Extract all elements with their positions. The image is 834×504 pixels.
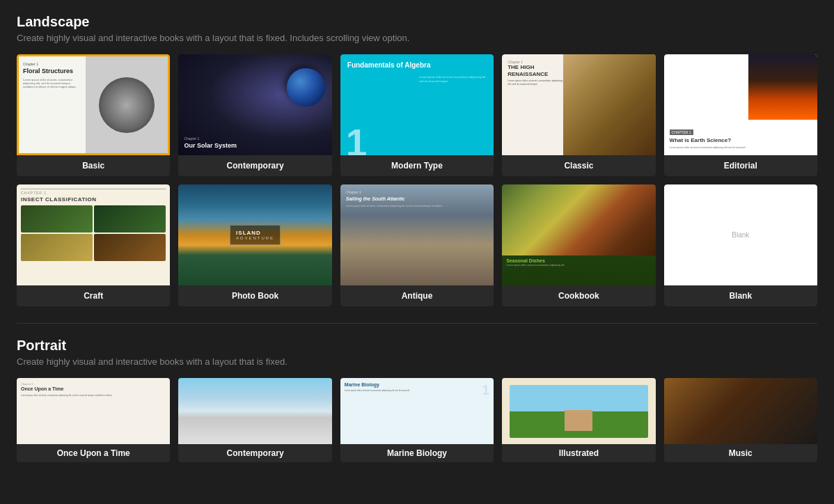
once-label: Once Upon a Time [17, 444, 170, 462]
template-classic[interactable]: Chapter 1 The High Renaissance Lorem ips… [502, 54, 655, 176]
insect-cell-1 [21, 205, 93, 233]
landscape-title: Landscape [17, 14, 817, 30]
template-antique[interactable]: Chapter 1 Sailing the South Atlantic Lor… [340, 184, 494, 306]
volcano-image [748, 54, 817, 120]
classic-body: Lorem ipsum dolor sit amet, consectetur … [508, 79, 566, 86]
thumb-cookbook: Seasonal Dishes Lorem ipsum dolor sit am… [502, 184, 655, 285]
marine-label: Marine Biology [340, 444, 494, 462]
landscape-subtitle: Create highly visual and interactive boo… [17, 33, 817, 43]
antique-body: Lorem ipsum dolor sit amet, consectetur … [346, 205, 488, 208]
contemporary-chapter: Chapter 1 [184, 136, 326, 141]
contemporary-title: Our Solar System [184, 142, 326, 150]
basic-title: Floral Structures [23, 68, 81, 75]
portrait-guitar[interactable]: Music [664, 378, 817, 462]
once-body: Lorem ipsum dolor sit amet, consectetur … [21, 394, 166, 397]
template-contemporary[interactable]: Chapter 1 Our Solar System Contemporary [178, 54, 331, 176]
island-main-title: Island [236, 230, 274, 236]
cookbook-title: Seasonal Dishes [506, 258, 651, 264]
island-title-box: Island Adventure [230, 225, 281, 245]
contemporary-label: Contemporary [178, 155, 331, 176]
food-image [502, 184, 655, 255]
template-modern-type[interactable]: Fundamentals of Algebra 1 Lorem ipsum do… [340, 54, 494, 176]
landscape-grid: Chapter 1 Floral Structures Lorem ipsum … [17, 54, 817, 306]
guitar-label: Music [664, 444, 817, 462]
thumb-contemporary: Chapter 1 Our Solar System [178, 54, 331, 155]
antique-chapter: Chapter 1 [346, 190, 488, 194]
thumb-photobook: Island Adventure [178, 184, 331, 285]
portrait-marine[interactable]: Marine Biology 1 Lorem ipsum dolor sit a… [340, 378, 494, 462]
thumb-modern: Fundamentals of Algebra 1 Lorem ipsum do… [340, 54, 494, 155]
portrait-building[interactable]: Contemporary [178, 378, 331, 462]
blank-label: Blank [664, 285, 817, 306]
once-chapter: Chapter 1 [21, 382, 166, 386]
thumb-building [178, 378, 331, 444]
once-title: Once Upon a Time [21, 386, 166, 392]
marine-title: Marine Biology [345, 382, 489, 387]
template-photo-book[interactable]: Island Adventure Photo Book [178, 184, 331, 306]
thumb-craft: CHAPTER 1 Insect Classification [17, 184, 170, 285]
blank-text: Blank [732, 231, 749, 239]
insect-cell-3 [21, 234, 93, 261]
thumb-editorial: CHAPTER 1 What is Earth Science? Lorem i… [664, 54, 817, 155]
craft-title: Insect Classification [21, 196, 166, 203]
cookbook-label: Cookbook [502, 285, 655, 306]
modern-big-num: 1 [346, 124, 368, 155]
craft-label: Craft [17, 285, 170, 306]
insect-cell-2 [94, 205, 166, 233]
marine-num: 1 [482, 382, 489, 398]
earth-sphere [287, 68, 325, 107]
portrait-grid: Chapter 1 Once Upon a Time Lorem ipsum d… [17, 378, 817, 462]
editorial-label: Editorial [664, 155, 817, 176]
portrait-illustrated[interactable]: Illustrated [502, 378, 655, 462]
modern-body: Lorem ipsum dolor sit amet consectetur a… [419, 75, 488, 83]
renaissance-image [563, 54, 655, 155]
classic-label: Classic [502, 155, 655, 176]
thumb-basic: Chapter 1 Floral Structures Lorem ipsum … [17, 54, 170, 155]
illustrated-label: Illustrated [502, 444, 655, 462]
template-craft[interactable]: CHAPTER 1 Insect Classification Craft [17, 184, 170, 306]
basic-chapter: Chapter 1 [23, 62, 81, 66]
thumb-antique: Chapter 1 Sailing the South Atlantic Lor… [340, 184, 494, 285]
cookbook-body: Lorem ipsum dolor sit amet consectetur a… [506, 264, 651, 267]
section-divider [17, 323, 817, 324]
floral-image [99, 77, 155, 133]
thumb-once: Chapter 1 Once Upon a Time Lorem ipsum d… [17, 378, 170, 444]
portrait-title: Portrait [17, 338, 817, 354]
portrait-subtitle: Create highly visual and interactive boo… [17, 356, 817, 367]
thumb-marine: Marine Biology 1 Lorem ipsum dolor sit a… [340, 378, 494, 444]
template-basic[interactable]: Chapter 1 Floral Structures Lorem ipsum … [17, 54, 170, 176]
insect-cell-4 [94, 234, 166, 261]
basic-body: Lorem ipsum dolor sit amet, consectetur … [23, 78, 81, 89]
island-sub-title: Adventure [236, 236, 274, 240]
insect-grid [21, 205, 166, 261]
portrait-once[interactable]: Chapter 1 Once Upon a Time Lorem ipsum d… [17, 378, 170, 462]
thumb-blank: Blank [664, 184, 817, 285]
basic-label: Basic [17, 155, 170, 176]
editorial-title: What is Earth Science? [670, 137, 812, 143]
template-cookbook[interactable]: Seasonal Dishes Lorem ipsum dolor sit am… [502, 184, 655, 306]
classic-title: The High Renaissance [508, 64, 566, 77]
modern-title: Fundamentals of Algebra [347, 61, 487, 70]
editorial-body: Lorem ipsum dolor sit amet consectetur a… [670, 146, 812, 150]
photobook-label: Photo Book [178, 285, 331, 306]
guitar-image [664, 378, 817, 444]
thumb-classic: Chapter 1 The High Renaissance Lorem ips… [502, 54, 655, 155]
marine-body: Lorem ipsum dolor sit amet consectetur a… [345, 389, 489, 392]
building-label: Contemporary [178, 444, 331, 462]
illustrated-scene [510, 385, 647, 438]
antique-title: Sailing the South Atlantic [346, 196, 488, 202]
template-blank[interactable]: Blank Blank [664, 184, 817, 306]
house-shape [565, 410, 592, 431]
thumb-guitar [664, 378, 817, 444]
template-editorial[interactable]: CHAPTER 1 What is Earth Science? Lorem i… [664, 54, 817, 176]
thumb-illustrated [502, 378, 655, 444]
editorial-chapter: CHAPTER 1 [670, 129, 693, 135]
antique-label: Antique [340, 285, 494, 306]
modern-label: Modern Type [340, 155, 494, 176]
craft-chapter: CHAPTER 1 [21, 189, 166, 195]
